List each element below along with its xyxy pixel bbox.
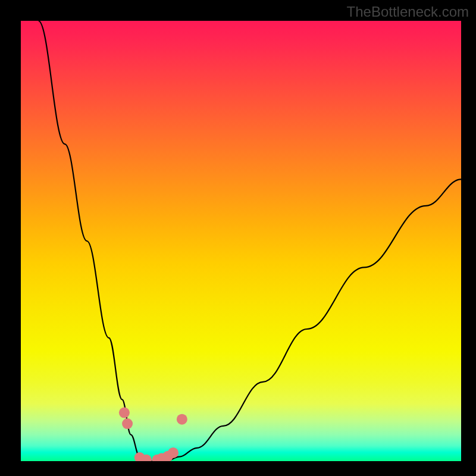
bottleneck-curve <box>21 21 461 461</box>
watermark-text: TheBottleneck.com <box>347 4 469 20</box>
marker-dots <box>119 408 187 461</box>
plot-area <box>21 21 461 461</box>
curve-path <box>39 21 461 461</box>
marker-dot <box>168 447 178 458</box>
chart-container: TheBottleneck.com <box>0 0 476 476</box>
marker-dot <box>122 418 133 429</box>
marker-dot <box>119 408 130 418</box>
marker-dot <box>177 414 187 425</box>
